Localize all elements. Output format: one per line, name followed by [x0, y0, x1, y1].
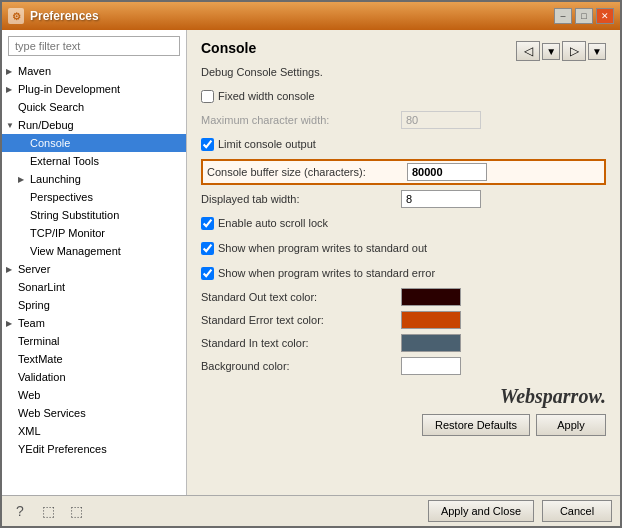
sidebar-label-xml: XML	[18, 425, 41, 437]
auto-scroll-checkbox[interactable]	[201, 217, 214, 230]
buffer-size-label: Console buffer size (characters):	[207, 166, 407, 178]
sidebar-item-web-services[interactable]: Web Services	[2, 404, 186, 422]
stdin-color-row: Standard In text color:	[201, 334, 606, 352]
sidebar-item-quick-search[interactable]: Quick Search	[2, 98, 186, 116]
sidebar-label-web-services: Web Services	[18, 407, 86, 419]
watermark: Websparrow.	[201, 385, 606, 408]
stderr-color-swatch[interactable]	[401, 311, 461, 329]
sidebar-item-launching[interactable]: ▶Launching	[2, 170, 186, 188]
sidebar-item-xml[interactable]: XML	[2, 422, 186, 440]
sidebar-item-sonarlint[interactable]: SonarLint	[2, 278, 186, 296]
sidebar-item-terminal[interactable]: Terminal	[2, 332, 186, 350]
nav-back-drop-button[interactable]: ▼	[542, 43, 560, 60]
auto-scroll-label[interactable]: Enable auto scroll lock	[201, 217, 328, 230]
main-panel: Console ◁ ▼ ▷ ▼ Debug Console Settings. …	[187, 30, 620, 495]
sidebar-item-run-debug[interactable]: ▼Run/Debug	[2, 116, 186, 134]
import-icon[interactable]: ⬚	[38, 501, 58, 521]
sidebar-label-server: Server	[18, 263, 50, 275]
sidebar-item-view-mgmt[interactable]: View Management	[2, 242, 186, 260]
sidebar-label-plugin-dev: Plug-in Development	[18, 83, 120, 95]
help-icon[interactable]: ?	[10, 501, 30, 521]
footer: ? ⬚ ⬚ Apply and Close Cancel	[2, 495, 620, 526]
bg-color-swatch[interactable]	[401, 357, 461, 375]
fixed-width-checkbox[interactable]	[201, 90, 214, 103]
sidebar-item-plugin-dev[interactable]: ▶Plug-in Development	[2, 80, 186, 98]
preferences-window: ⚙ Preferences – □ ✕ ▶Maven▶Plug-in Devel…	[0, 0, 622, 528]
title-bar: ⚙ Preferences – □ ✕	[2, 2, 620, 30]
sidebar-label-string-sub: String Substitution	[30, 209, 119, 221]
tab-width-label: Displayed tab width:	[201, 193, 401, 205]
minimize-button[interactable]: –	[554, 8, 572, 24]
stderr-color-label: Standard Error text color:	[201, 314, 401, 326]
nav-forward-button[interactable]: ▷	[562, 41, 586, 61]
sidebar-label-team: Team	[18, 317, 45, 329]
sidebar-item-external-tools[interactable]: External Tools	[2, 152, 186, 170]
server-arrow-icon: ▶	[6, 265, 18, 274]
window-controls: – □ ✕	[554, 8, 614, 24]
plugin-dev-arrow-icon: ▶	[6, 85, 18, 94]
sidebar-item-textmate[interactable]: TextMate	[2, 350, 186, 368]
fixed-width-label[interactable]: Fixed width console	[201, 90, 315, 103]
bg-color-row: Background color:	[201, 357, 606, 375]
filter-input[interactable]	[8, 36, 180, 56]
sidebar-item-web[interactable]: Web	[2, 386, 186, 404]
sidebar-item-tcpip[interactable]: TCP/IP Monitor	[2, 224, 186, 242]
stderr-color-row: Standard Error text color:	[201, 311, 606, 329]
buffer-size-input[interactable]	[407, 163, 487, 181]
stdin-color-swatch[interactable]	[401, 334, 461, 352]
sidebar-item-yedit[interactable]: YEdit Preferences	[2, 440, 186, 458]
buffer-size-row: Console buffer size (characters):	[201, 159, 606, 185]
sidebar-label-launching: Launching	[30, 173, 81, 185]
export-icon[interactable]: ⬚	[66, 501, 86, 521]
sidebar-label-quick-search: Quick Search	[18, 101, 84, 113]
maven-arrow-icon: ▶	[6, 67, 18, 76]
restore-defaults-button[interactable]: Restore Defaults	[422, 414, 530, 436]
tab-width-input[interactable]	[401, 190, 481, 208]
sidebar-item-maven[interactable]: ▶Maven	[2, 62, 186, 80]
show-stdout-label[interactable]: Show when program writes to standard out	[201, 242, 427, 255]
max-char-row: Maximum character width:	[201, 111, 606, 129]
sidebar-label-terminal: Terminal	[18, 335, 60, 347]
team-arrow-icon: ▶	[6, 319, 18, 328]
bg-color-label: Background color:	[201, 360, 401, 372]
apply-and-close-button[interactable]: Apply and Close	[428, 500, 534, 522]
nav-forward-drop-button[interactable]: ▼	[588, 43, 606, 60]
nav-back-button[interactable]: ◁	[516, 41, 540, 61]
limit-console-checkbox[interactable]	[201, 138, 214, 151]
fixed-width-row: Fixed width console	[201, 86, 606, 106]
sidebar: ▶Maven▶Plug-in DevelopmentQuick Search▼R…	[2, 30, 187, 495]
run-debug-arrow-icon: ▼	[6, 121, 18, 130]
tab-width-row: Displayed tab width:	[201, 190, 606, 208]
show-stdout-checkbox[interactable]	[201, 242, 214, 255]
sidebar-label-web: Web	[18, 389, 40, 401]
window-icon: ⚙	[8, 8, 24, 24]
sidebar-label-spring: Spring	[18, 299, 50, 311]
sidebar-item-console[interactable]: Console	[2, 134, 186, 152]
cancel-button[interactable]: Cancel	[542, 500, 612, 522]
stdout-color-swatch[interactable]	[401, 288, 461, 306]
sidebar-item-server[interactable]: ▶Server	[2, 260, 186, 278]
limit-console-label[interactable]: Limit console output	[201, 138, 316, 151]
sidebar-label-run-debug: Run/Debug	[18, 119, 74, 131]
sidebar-item-spring[interactable]: Spring	[2, 296, 186, 314]
sidebar-label-maven: Maven	[18, 65, 51, 77]
sidebar-label-perspectives: Perspectives	[30, 191, 93, 203]
apply-button[interactable]: Apply	[536, 414, 606, 436]
stdin-color-label: Standard In text color:	[201, 337, 401, 349]
sidebar-item-perspectives[interactable]: Perspectives	[2, 188, 186, 206]
sidebar-item-string-sub[interactable]: String Substitution	[2, 206, 186, 224]
sidebar-label-validation: Validation	[18, 371, 66, 383]
sidebar-label-textmate: TextMate	[18, 353, 63, 365]
max-char-input[interactable]	[401, 111, 481, 129]
content-area: ▶Maven▶Plug-in DevelopmentQuick Search▼R…	[2, 30, 620, 495]
sidebar-label-external-tools: External Tools	[30, 155, 99, 167]
show-stderr-checkbox[interactable]	[201, 267, 214, 280]
show-stdout-row: Show when program writes to standard out	[201, 238, 606, 258]
max-char-label: Maximum character width:	[201, 114, 401, 126]
sidebar-item-validation[interactable]: Validation	[2, 368, 186, 386]
sidebar-item-team[interactable]: ▶Team	[2, 314, 186, 332]
close-button[interactable]: ✕	[596, 8, 614, 24]
maximize-button[interactable]: □	[575, 8, 593, 24]
panel-title: Console	[201, 40, 256, 56]
show-stderr-label[interactable]: Show when program writes to standard err…	[201, 267, 435, 280]
